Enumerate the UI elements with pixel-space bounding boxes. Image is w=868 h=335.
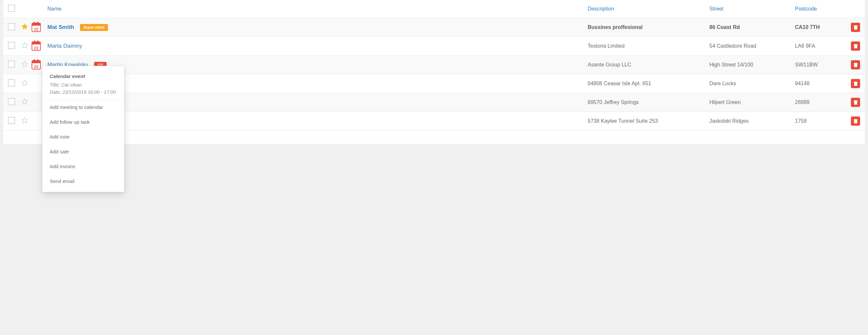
calendar-icon[interactable]: 23 (32, 41, 41, 51)
contact-street: Jaskolski Ridges (706, 112, 792, 131)
col-header-description[interactable]: Description (584, 0, 706, 18)
contact-name-link[interactable]: Marta Daimny (48, 43, 82, 49)
popover-date-line: Date: 23/10/2019 16:00 - 17:00 (50, 90, 117, 95)
contact-street: 86 Coast Rd (706, 18, 792, 37)
contacts-table: Name Description Street Postcode 22Mat S… (3, 0, 865, 131)
popover-action[interactable]: Add note (42, 129, 124, 144)
select-all-checkbox[interactable] (8, 5, 15, 12)
contact-description: 69570 Jeffrey Springs (584, 93, 706, 112)
col-header-postcode[interactable]: Postcode (792, 0, 847, 18)
star-icon[interactable] (21, 61, 28, 68)
row-checkbox[interactable] (8, 98, 15, 105)
row-checkbox[interactable] (8, 117, 15, 124)
contact-postcode: 94148 (792, 74, 847, 93)
delete-button[interactable] (851, 23, 860, 32)
table-row: 04808 Ceasar Isle Apt. 651Dare Locks9414… (3, 74, 865, 93)
table-row: 23Marta DaimnyTestoria Limited54 Castled… (3, 37, 865, 56)
calendar-popover: Calendar event Title: Car clean Date: 23… (42, 66, 124, 144)
calendar-day: 22 (34, 27, 38, 32)
table-header-row: Name Description Street Postcode (3, 0, 865, 18)
star-icon[interactable] (21, 79, 28, 87)
contacts-panel: Name Description Street Postcode 22Mat S… (3, 0, 865, 144)
star-icon[interactable] (21, 42, 28, 49)
popover-action[interactable]: Add follow up task (42, 115, 124, 129)
contact-description: 5738 Kaylee Tunnel Suite 253 (584, 112, 706, 131)
contact-postcode: CA10 7TH (792, 18, 847, 37)
table-row: 22Mat SmithSuper clientBussines proffesi… (3, 18, 865, 37)
table-row: tag2tag369570 Jeffrey SpringsHilpert Gre… (3, 93, 865, 112)
contact-badge: Super client (80, 24, 108, 31)
contact-postcode: 26989 (792, 93, 847, 112)
col-header-street[interactable]: Street (706, 0, 792, 18)
contact-street: 54 Castledore Road (706, 37, 792, 56)
delete-button[interactable] (851, 79, 860, 88)
row-checkbox[interactable] (8, 23, 15, 30)
delete-button[interactable] (851, 98, 860, 107)
contact-street: Dare Locks (706, 74, 792, 93)
contact-name-link[interactable]: Mat Smith (48, 24, 74, 31)
calendar-icon[interactable]: 23 (32, 60, 41, 69)
calendar-day: 23 (34, 46, 38, 51)
popover-action[interactable]: Add meeting to calendar (42, 100, 124, 115)
row-checkbox[interactable] (8, 42, 15, 49)
col-header-name[interactable]: Name (44, 0, 584, 18)
contact-street: Hilpert Green (706, 93, 792, 112)
star-icon[interactable] (21, 23, 28, 30)
contact-description: 04808 Ceasar Isle Apt. 651 (584, 74, 706, 93)
star-icon[interactable] (21, 117, 28, 124)
contact-description: Bussines proffesional (584, 18, 706, 37)
contact-description: Testoria Limited (584, 37, 706, 56)
table-row: 23Martin KowalskyVIPAsante Group LLCHigh… (3, 56, 865, 74)
calendar-day: 23 (34, 65, 38, 69)
delete-button[interactable] (851, 117, 860, 126)
contact-description: Asante Group LLC (584, 56, 706, 74)
popover-title-line: Title: Car clean (50, 82, 117, 88)
popover-header: Calendar event Title: Car clean Date: 23… (42, 69, 124, 100)
contact-street: High Street 14/100 (706, 56, 792, 74)
table-row: 5738 Kaylee Tunnel Suite 253Jaskolski Ri… (3, 112, 865, 131)
star-icon[interactable] (21, 98, 28, 105)
row-checkbox[interactable] (8, 79, 15, 87)
contact-postcode: LA6 9FA (792, 37, 847, 56)
popover-heading: Calendar event (50, 73, 117, 79)
contact-postcode: SW11BW (792, 56, 847, 74)
delete-button[interactable] (851, 60, 860, 69)
row-checkbox[interactable] (8, 61, 15, 68)
delete-button[interactable] (851, 41, 860, 51)
calendar-icon[interactable]: 22 (32, 23, 41, 32)
contact-postcode: 1758 (792, 112, 847, 131)
